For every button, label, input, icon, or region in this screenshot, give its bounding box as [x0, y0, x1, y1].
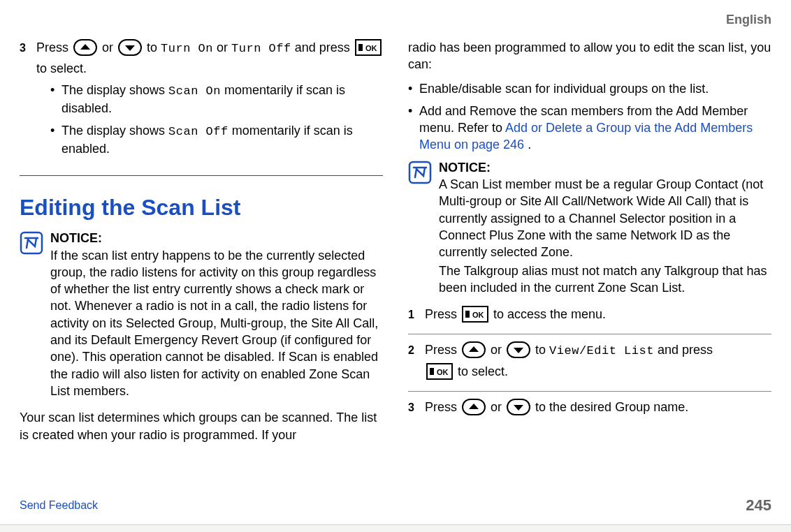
notice-block: NOTICE: A Scan List member must be a reg…: [408, 159, 771, 296]
text: The display shows: [61, 124, 168, 138]
bullet-item: • The display shows Scan On momentarily …: [50, 82, 383, 117]
text: to: [147, 40, 161, 54]
text: Press: [36, 40, 72, 54]
svg-rect-5: [358, 44, 363, 51]
bullet-icon: •: [50, 82, 61, 98]
text: The display shows: [61, 83, 168, 97]
bullet-item: • Add and Remove the scan members from t…: [408, 103, 771, 154]
notice-label: NOTICE:: [439, 159, 771, 176]
text: Press: [425, 307, 460, 321]
up-button-icon: [462, 341, 486, 362]
header-language: English: [726, 13, 771, 27]
step-separator: [408, 334, 771, 334]
bullet-icon: •: [50, 122, 61, 139]
down-button-icon: [507, 341, 530, 362]
step-2: 2 Press or to View/Edit List and press: [408, 341, 771, 384]
notice-body: A Scan List member must be a regular Gro…: [439, 177, 763, 259]
text: or: [491, 343, 505, 357]
notice-label: NOTICE:: [50, 230, 383, 246]
paragraph-continued: radio has been programmed to allow you t…: [408, 39, 771, 73]
display-text-turn-on: Turn On: [161, 42, 213, 55]
section-separator: [20, 175, 383, 176]
up-button-icon: [462, 399, 486, 420]
display-text-scan-off: Scan Off: [168, 125, 228, 138]
bullet-item: • The display shows Scan Off momentarily…: [50, 122, 383, 157]
section-heading: Editing the Scan List: [20, 193, 383, 223]
ok-button-icon: OK: [355, 39, 382, 60]
display-text-scan-on: Scan On: [168, 84, 221, 98]
display-text-view-edit: View/Edit List: [549, 344, 654, 357]
paragraph: Your scan list determines which groups c…: [20, 409, 383, 443]
ok-button-icon: OK: [426, 363, 453, 384]
bullet-item: • Enable/disable scan for individual gro…: [408, 80, 771, 97]
step-number: 3: [408, 400, 425, 415]
text: to select.: [458, 364, 508, 378]
svg-rect-17: [430, 368, 434, 375]
bullet-icon: •: [408, 103, 419, 119]
svg-rect-10: [465, 311, 470, 318]
down-button-icon: [507, 399, 530, 420]
text: to select.: [36, 61, 87, 75]
text: Enable/disable scan for individual group…: [419, 80, 709, 97]
right-column: radio has been programmed to allow you t…: [408, 39, 771, 494]
page-number: 245: [746, 496, 771, 515]
svg-text:OK: OK: [472, 311, 484, 319]
text: or: [102, 40, 117, 54]
send-feedback-link[interactable]: Send Feedback: [20, 499, 98, 512]
notice-body: If the scan list entry happens to be the…: [50, 249, 378, 398]
notice-icon: [20, 231, 43, 259]
step-number: 2: [408, 343, 425, 358]
text: or: [217, 40, 231, 54]
bullet-icon: •: [408, 80, 419, 97]
notice-block: NOTICE: If the scan list entry happens t…: [20, 230, 383, 399]
step-number: 1: [408, 307, 425, 323]
left-column: 3 Press or to Turn On or Turn Off and pr…: [20, 39, 383, 494]
up-button-icon: [73, 39, 97, 60]
text: Press: [425, 400, 460, 414]
step-1: 1 Press OK to access the menu.: [408, 306, 771, 327]
down-button-icon: [118, 39, 142, 60]
text: Press: [425, 343, 460, 357]
notice-body: The Talkgroup alias must not match any T…: [439, 264, 767, 295]
step-3: 3 Press or to Turn On or Turn Off and pr…: [20, 39, 383, 163]
text: and press: [658, 343, 713, 357]
step-3b: 3 Press or to the desired Group name.: [408, 399, 771, 420]
svg-text:OK: OK: [365, 44, 377, 52]
ok-button-icon: OK: [462, 306, 488, 327]
svg-text:OK: OK: [437, 368, 449, 376]
display-text-turn-off: Turn Off: [231, 42, 291, 55]
text: to access the menu.: [493, 307, 606, 321]
notice-icon: [408, 161, 432, 189]
text: to: [535, 343, 549, 357]
step-number: 3: [20, 40, 36, 56]
text: and press: [295, 40, 354, 54]
text: .: [528, 138, 531, 152]
step-separator: [408, 391, 771, 392]
text: to the desired Group name.: [535, 400, 688, 414]
text: or: [491, 400, 505, 414]
